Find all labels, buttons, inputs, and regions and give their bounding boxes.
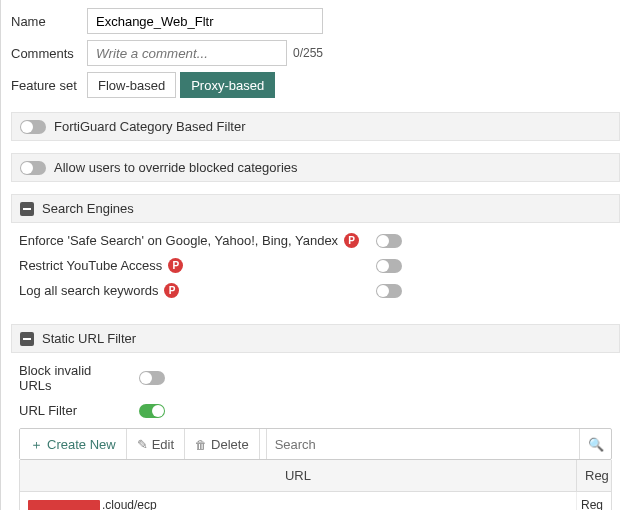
- edit-label: Edit: [152, 437, 174, 452]
- safe-search-toggle[interactable]: [376, 234, 402, 248]
- delete-button[interactable]: Delete: [185, 429, 260, 459]
- fortiguard-header: FortiGuard Category Based Filter: [54, 119, 245, 134]
- proxy-badge-icon: P: [344, 233, 359, 248]
- type-cell: Reg: [577, 492, 611, 510]
- edit-button[interactable]: Edit: [127, 429, 185, 459]
- block-invalid-toggle[interactable]: [139, 371, 165, 385]
- redacted-text: [28, 500, 100, 511]
- proxy-badge-icon: P: [164, 283, 179, 298]
- youtube-toggle[interactable]: [376, 259, 402, 273]
- plus-icon: [30, 437, 43, 452]
- name-input[interactable]: [87, 8, 323, 34]
- search-input[interactable]: [267, 430, 579, 458]
- search-icon: [588, 437, 604, 452]
- search-engines-header: Search Engines: [42, 201, 134, 216]
- comments-input[interactable]: [87, 40, 287, 66]
- youtube-label: Restrict YouTube Access: [19, 258, 162, 273]
- delete-label: Delete: [211, 437, 249, 452]
- collapse-icon[interactable]: [20, 202, 34, 216]
- comments-label: Comments: [11, 46, 87, 61]
- safe-search-label: Enforce 'Safe Search' on Google, Yahoo!,…: [19, 233, 338, 248]
- url-cell: .cloud/ecp: [102, 498, 157, 510]
- log-keywords-label: Log all search keywords: [19, 283, 158, 298]
- create-new-button[interactable]: Create New: [20, 429, 127, 459]
- name-label: Name: [11, 14, 87, 29]
- url-filter-label: URL Filter: [19, 403, 119, 418]
- collapse-icon[interactable]: [20, 332, 34, 346]
- log-keywords-toggle[interactable]: [376, 284, 402, 298]
- block-invalid-label: Block invalid URLs: [19, 363, 119, 393]
- table-row[interactable]: .cloud/ecp Reg: [20, 492, 611, 510]
- create-new-label: Create New: [47, 437, 116, 452]
- url-column-header[interactable]: URL: [20, 460, 577, 491]
- static-url-header: Static URL Filter: [42, 331, 136, 346]
- trash-icon: [195, 437, 207, 452]
- comments-count: 0/255: [293, 46, 323, 60]
- proxy-badge-icon: P: [168, 258, 183, 273]
- url-filter-toggle[interactable]: [139, 404, 165, 418]
- feature-proxy-button[interactable]: Proxy-based: [180, 72, 275, 98]
- type-column-header[interactable]: Reg: [577, 460, 611, 491]
- fortiguard-toggle[interactable]: [20, 120, 46, 134]
- feature-set-label: Feature set: [11, 78, 87, 93]
- search-button[interactable]: [579, 429, 611, 459]
- pencil-icon: [137, 437, 148, 452]
- override-header: Allow users to override blocked categori…: [54, 160, 298, 175]
- override-toggle[interactable]: [20, 161, 46, 175]
- feature-flow-button[interactable]: Flow-based: [87, 72, 176, 98]
